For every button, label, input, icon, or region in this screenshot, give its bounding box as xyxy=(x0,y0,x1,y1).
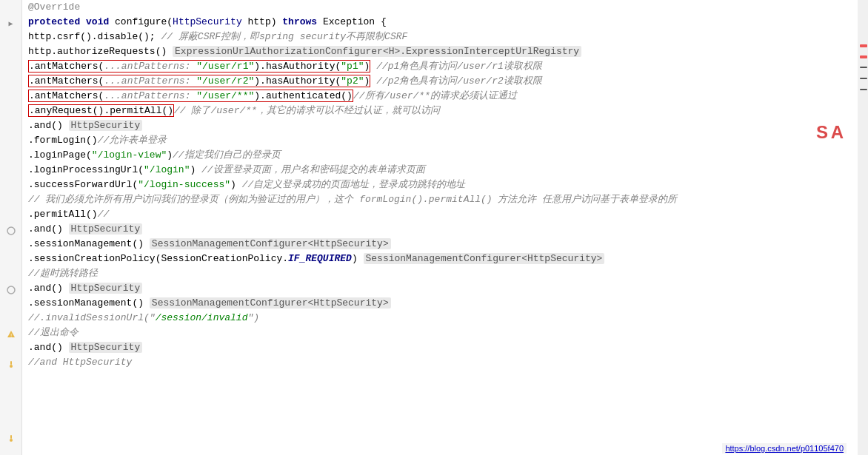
code-area[interactable]: @Override protected void configure(HttpS… xyxy=(22,0,858,455)
gutter-icon-6 xyxy=(4,91,18,104)
code-line-5: .antMatchers(...antPatterns: "/user/r1")… xyxy=(22,59,858,74)
bottom-url[interactable]: https://blog.csdn.net/p01105f470 xyxy=(722,443,847,454)
code-line-4: http.authorizeRequests() ExpressionUrlAu… xyxy=(22,44,858,59)
gutter-icon-29 xyxy=(4,431,18,445)
code-line-14: // 我们必须允许所有用户访问我们的登录页（例如为验证过的用户），这个 form… xyxy=(22,192,858,207)
scroll-indicator-4 xyxy=(860,78,867,79)
code-line-3: http.csrf().disable(); // 屏蔽CSRF控制，即spri… xyxy=(22,30,858,44)
gutter-icon-1[interactable]: ▶ xyxy=(4,17,18,30)
code-line-13: .successForwardUrl("/login-success") //自… xyxy=(22,178,858,192)
svg-point-4 xyxy=(10,365,13,368)
code-line-12: .loginProcessingUrl("/login") //设置登录页面，用… xyxy=(22,163,858,178)
svg-text:!: ! xyxy=(9,333,12,339)
code-pre: @Override protected void configure(HttpS… xyxy=(22,0,858,370)
code-line-25: //and HttpSecurity xyxy=(22,355,858,370)
gutter-icon-24 xyxy=(4,357,18,371)
code-line-18: .sessionCreationPolicy(SessionCreationPo… xyxy=(22,252,858,266)
gutter-icon-3 xyxy=(4,47,18,60)
gutter-icon-10 xyxy=(4,150,18,164)
code-line-19: //超时跳转路径 xyxy=(22,266,858,281)
gutter-icon-12 xyxy=(4,180,18,193)
scroll-indicator-3 xyxy=(860,67,867,68)
code-line-24: .and() HttpSecurity xyxy=(22,340,858,355)
gutter-icon-23 xyxy=(4,343,18,356)
gutter-icon-22: ! xyxy=(4,328,18,341)
code-line-6: .antMatchers(...antPatterns: "/user/r2")… xyxy=(22,74,858,89)
code-line-21: .sessionManagement() SessionManagementCo… xyxy=(22,296,858,311)
code-line-23: //退出命令 xyxy=(22,326,858,340)
code-line-1: @Override xyxy=(22,0,858,15)
gutter-icon-20 xyxy=(4,298,18,311)
gutter-icon-25 xyxy=(4,372,18,385)
code-line-7: .antMatchers(...antPatterns: "/user/**")… xyxy=(22,89,858,104)
gutter-icon-26 xyxy=(4,387,18,400)
svg-point-6 xyxy=(10,439,13,442)
gutter-icon-15 xyxy=(4,224,18,237)
gutter-icon-0 xyxy=(4,2,18,16)
svg-point-1 xyxy=(7,286,15,294)
code-line-9: .and() HttpSecurity xyxy=(22,118,858,133)
svg-rect-7 xyxy=(10,435,12,439)
editor-window: ▶ ! xyxy=(0,0,868,455)
gutter-icon-18 xyxy=(4,269,18,282)
gutter-icon-9 xyxy=(4,135,18,149)
gutter-icon-2 xyxy=(4,32,18,45)
svg-point-0 xyxy=(7,227,15,235)
gutter-icon-14 xyxy=(4,209,18,223)
code-line-10: .formLogin()//允许表单登录 xyxy=(22,133,858,148)
gutter-icon-8 xyxy=(4,121,18,134)
scroll-indicator-2 xyxy=(860,55,867,58)
gutter-icon-7 xyxy=(4,106,18,119)
code-line-11: .loginPage("/login-view")//指定我们自己的登录页 xyxy=(22,148,858,163)
csdn-watermark: S A xyxy=(816,122,843,143)
code-line-17: .sessionManagement() SessionManagementCo… xyxy=(22,237,858,252)
scroll-indicator-5 xyxy=(860,89,867,90)
svg-rect-5 xyxy=(10,361,12,365)
scroll-indicator-1 xyxy=(860,44,867,47)
code-line-20: .and() HttpSecurity xyxy=(22,281,858,296)
gutter-icon-11 xyxy=(4,165,18,178)
gutter-icon-4 xyxy=(4,61,18,75)
gutter-icon-27 xyxy=(4,402,18,415)
gutter-icon-28 xyxy=(4,417,18,430)
gutter-icon-21 xyxy=(4,313,18,326)
right-scrollbar[interactable] xyxy=(858,0,868,455)
gutter-icon-13 xyxy=(4,195,18,208)
gutter-icon-16 xyxy=(4,239,18,252)
code-line-15: .permitAll()// xyxy=(22,207,858,222)
code-line-22: //.invalidSessionUrl("/session/invalid") xyxy=(22,311,858,326)
left-gutter: ▶ ! xyxy=(0,0,22,455)
code-line-16: .and() HttpSecurity xyxy=(22,222,858,237)
gutter-icon-19 xyxy=(4,283,18,297)
code-line-2: protected void configure(HttpSecurity ht… xyxy=(22,15,858,30)
code-line-8: .anyRequest().permitAll()// 除了/user/**，其… xyxy=(22,104,858,118)
gutter-icon-5 xyxy=(4,76,18,90)
gutter-icon-17 xyxy=(4,254,18,267)
